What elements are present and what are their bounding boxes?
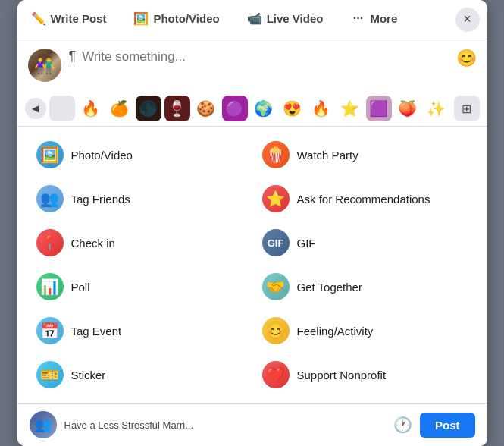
tab-more-label: More xyxy=(370,12,397,25)
support-nonprofit-option-label: Support Nonprofit xyxy=(297,369,387,382)
emoji-heart-eyes[interactable]: 😍 xyxy=(280,96,305,121)
footer-page-icon: 👥 xyxy=(30,411,57,438)
poll-option-label: Poll xyxy=(71,281,90,294)
gif-option-label: GIF xyxy=(297,237,316,250)
emoji-fire[interactable]: 🔥 xyxy=(78,96,104,121)
photo-video-icon: 🖼️ xyxy=(133,11,149,26)
compose-middle: ¶ xyxy=(69,49,449,64)
option-sticker[interactable]: 🎫 Sticker xyxy=(27,353,252,397)
option-photo-video[interactable]: 🖼️ Photo/Video xyxy=(27,133,252,177)
get-together-option-icon: 🤝 xyxy=(262,273,290,300)
modal-header: ✏️ Write Post 🖼️ Photo/Video 📹 Live Vide… xyxy=(17,0,487,39)
watch-party-option-icon: 🍿 xyxy=(262,141,290,168)
ask-recommendations-option-label: Ask for Recommendations xyxy=(297,193,430,206)
tab-write-post[interactable]: ✏️ Write Post xyxy=(17,0,121,39)
support-nonprofit-option-icon: ❤️ xyxy=(262,361,290,388)
watch-party-option-label: Watch Party xyxy=(297,149,358,162)
check-in-option-label: Check in xyxy=(71,237,115,250)
option-feeling-activity[interactable]: 😊 Feeling/Activity xyxy=(252,309,478,353)
footer-clock-icon[interactable]: 🕐 xyxy=(393,416,412,434)
emoji-button[interactable]: 😊 xyxy=(456,49,477,68)
tab-live-video-label: Live Video xyxy=(267,12,324,25)
get-together-option-label: Get Together xyxy=(297,281,362,294)
more-icon: ··· xyxy=(350,11,365,26)
live-video-icon: 📹 xyxy=(247,11,262,26)
option-tag-friends[interactable]: 👥 Tag Friends xyxy=(27,177,252,221)
avatar-image: 👫 xyxy=(28,49,61,82)
tag-event-option-label: Tag Event xyxy=(71,325,122,338)
tab-more[interactable]: ··· More xyxy=(337,0,411,39)
option-poll[interactable]: 📊 Poll xyxy=(27,265,252,309)
emoji-wine[interactable]: 🍷 xyxy=(164,96,190,121)
option-support-nonprofit[interactable]: ❤️ Support Nonprofit xyxy=(252,353,478,397)
tab-photo-video-label: Photo/Video xyxy=(153,12,219,25)
sticker-option-icon: 🎫 xyxy=(36,361,64,388)
photo-video-option-label: Photo/Video xyxy=(71,149,133,162)
gif-option-icon: GIF xyxy=(262,229,290,256)
feeling-activity-option-label: Feeling/Activity xyxy=(297,325,374,338)
compose-input[interactable] xyxy=(82,49,448,64)
emoji-row: ◀ 🔥 🍊 🌑 🍷 🍪 🟣 🌍 😍 🔥 ⭐ 🟪 🍑 ✨ ⊞ xyxy=(17,91,487,127)
check-in-option-icon: 📍 xyxy=(36,229,64,256)
write-post-icon: ✏️ xyxy=(31,11,46,26)
sticker-option-label: Sticker xyxy=(71,369,106,382)
option-watch-party[interactable]: 🍿 Watch Party xyxy=(252,133,478,177)
tag-friends-option-label: Tag Friends xyxy=(71,193,130,206)
emoji-scroll-area: 🔥 🍊 🌑 🍷 🍪 🟣 🌍 😍 🔥 ⭐ 🟪 🍑 ✨ xyxy=(49,96,451,121)
footer-page-text: Have a Less Stressful Marri... xyxy=(64,419,386,431)
option-gif[interactable]: GIF GIF xyxy=(252,221,478,265)
ask-recommendations-option-icon: ⭐ xyxy=(262,185,290,212)
emoji-earth[interactable]: 🌍 xyxy=(251,96,277,121)
tab-write-post-label: Write Post xyxy=(51,12,107,25)
option-check-in[interactable]: 📍 Check in xyxy=(27,221,252,265)
option-get-together[interactable]: 🤝 Get Together xyxy=(252,265,478,309)
options-grid: 🖼️ Photo/Video 🍿 Watch Party 👥 Tag Frien… xyxy=(17,127,487,403)
emoji-dark[interactable]: 🌑 xyxy=(136,96,161,121)
poll-option-icon: 📊 xyxy=(36,273,64,300)
feeling-activity-option-icon: 😊 xyxy=(262,317,290,344)
tab-live-video[interactable]: 📹 Live Video xyxy=(233,0,337,39)
emoji-peach[interactable]: 🍑 xyxy=(395,96,421,121)
emoji-mauve[interactable]: 🟪 xyxy=(366,96,392,121)
option-ask-recommendations[interactable]: ⭐ Ask for Recommendations xyxy=(252,177,478,221)
emoji-scroll-left[interactable]: ◀ xyxy=(25,98,46,119)
emoji-flame2[interactable]: 🔥 xyxy=(308,96,334,121)
emoji-cookie[interactable]: 🍪 xyxy=(193,96,219,121)
emoji-grid-button[interactable]: ⊞ xyxy=(454,96,480,121)
tag-event-option-icon: 📅 xyxy=(36,317,64,344)
option-tag-event[interactable]: 📅 Tag Event xyxy=(27,309,252,353)
close-button[interactable]: × xyxy=(455,8,480,32)
emoji-purple[interactable]: 🟣 xyxy=(222,96,248,121)
post-button[interactable]: Post xyxy=(420,413,475,438)
paragraph-icon[interactable]: ¶ xyxy=(69,49,77,64)
emoji-blank[interactable] xyxy=(49,96,75,121)
create-post-modal: ✏️ Write Post 🖼️ Photo/Video 📹 Live Vide… xyxy=(17,0,487,446)
photo-video-option-icon: 🖼️ xyxy=(36,141,64,168)
tag-friends-option-icon: 👥 xyxy=(36,185,64,212)
emoji-orange[interactable]: 🍊 xyxy=(107,96,133,121)
emoji-sparkle[interactable]: ✨ xyxy=(424,96,449,121)
tab-photo-video[interactable]: 🖼️ Photo/Video xyxy=(120,0,233,39)
compose-area: 👫 ¶ 😊 xyxy=(17,39,487,91)
avatar: 👫 xyxy=(28,49,61,82)
emoji-star[interactable]: ⭐ xyxy=(337,96,363,121)
modal-footer: 👥 Have a Less Stressful Marri... 🕐 Post xyxy=(17,403,487,446)
